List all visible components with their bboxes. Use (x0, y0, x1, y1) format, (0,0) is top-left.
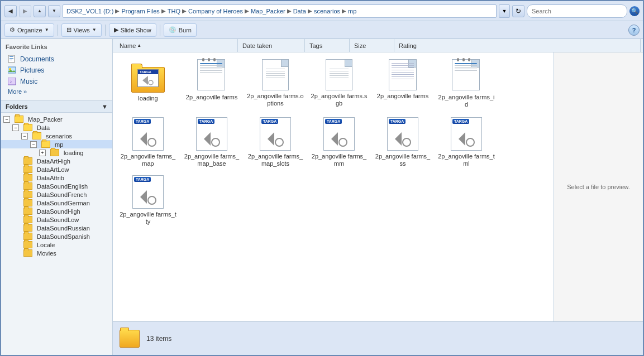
tree-label-datasoundhigh: DataSoundHigh (37, 208, 80, 215)
tree-item-dataartlow[interactable]: DataArtLow (1, 165, 112, 174)
file-label-farms-map-slots: 2p_angoville farms_map_slots (247, 153, 304, 167)
tree-folder-icon-datasoundhigh (23, 208, 32, 215)
views-arrow: ▼ (92, 27, 97, 32)
files-area: TARGA loading (113, 52, 643, 321)
explorer-window: ◀ ▶ ▲ ▼ DSK2_VOL1 (D:) ▶ Program Files ▶… (0, 0, 644, 356)
refresh-button[interactable]: ↻ (512, 5, 524, 17)
path-segment-data[interactable]: Data (293, 8, 306, 15)
tree-item-scenarios[interactable]: − scenarios (1, 132, 112, 140)
col-header-size[interactable]: Size (350, 39, 394, 52)
up-button[interactable]: ▲ (34, 5, 46, 17)
burn-button[interactable]: 💿 Burn (164, 23, 197, 37)
tree-expander-scenarios[interactable]: − (21, 133, 28, 139)
organize-arrow: ▼ (45, 27, 49, 32)
tree-item-movies[interactable]: Movies (1, 249, 112, 257)
tree-item-dataattrib[interactable]: DataAttrib (1, 174, 112, 182)
tree-item-datasoundhigh[interactable]: DataSoundHigh (1, 207, 112, 215)
tree-item-datasoundgerman[interactable]: DataSoundGerman (1, 199, 112, 207)
tree-folder-icon-mp (41, 141, 50, 148)
pictures-icon (8, 66, 17, 75)
file-item-loading[interactable]: TARGA loading (117, 57, 179, 113)
path-segment-thq[interactable]: THQ (168, 8, 180, 15)
back-button[interactable]: ◀ (4, 5, 17, 17)
forward-button[interactable]: ▶ (19, 5, 31, 17)
slideshow-button[interactable]: ▶ Slide Show (109, 23, 156, 37)
help-button[interactable]: ? (628, 25, 640, 36)
file-item-farms-id[interactable]: 2p_angoville farms_id (436, 57, 497, 113)
tree-expander-mp[interactable]: − (30, 141, 37, 148)
status-bar: 13 items (113, 321, 643, 355)
col-header-name[interactable]: Name ▲ (115, 39, 238, 52)
svg-marker-10 (140, 132, 147, 146)
tree-item-mappacker[interactable]: − Map_Packer (1, 115, 112, 123)
tree-item-datasoundspanish[interactable]: DataSoundSpanish (1, 232, 112, 240)
file-item-farms-tty[interactable]: TARGA 2p_angoville farms_tty (117, 173, 179, 229)
file-item-farms-ss[interactable]: TARGA 2p_angoville farms_ss (372, 115, 433, 171)
targa-badge-map-slots: TARGA (261, 119, 278, 124)
tree-label-scenarios: scenarios (46, 133, 72, 139)
path-segment-mp[interactable]: mp (348, 8, 356, 15)
generic-file-icon-options (262, 59, 289, 90)
folders-header[interactable]: Folders ▼ (1, 100, 112, 113)
search-icon[interactable]: 🔍 (629, 6, 640, 16)
tree-item-datasoundfrench[interactable]: DataSoundFrench (1, 190, 112, 199)
col-header-date[interactable]: Date taken (238, 39, 305, 52)
tree-item-datasoundenglish[interactable]: DataSoundEnglish (1, 182, 112, 190)
sidebar-item-music[interactable]: ♪ Music (6, 76, 108, 87)
tree-item-loading[interactable]: + loading (1, 148, 112, 157)
targa-file-icon-map-base: TARGA (196, 117, 227, 151)
tree-item-locale[interactable]: Locale (1, 240, 112, 249)
views-button[interactable]: ⊞ Views ▼ (61, 23, 102, 37)
file-label-loading: loading (138, 95, 158, 102)
path-segment-scenarios[interactable]: scenarios (314, 8, 340, 15)
status-folder-icon (120, 330, 140, 348)
targa-file-icon-tml: TARGA (451, 117, 482, 151)
sidebar-item-documents[interactable]: Documents (6, 54, 108, 65)
path-segment-programfiles[interactable]: Program Files (121, 8, 159, 15)
file-lines-sgb (330, 69, 349, 80)
file-item-options[interactable]: 2p_angoville farms.options (245, 57, 306, 113)
preview-panel: Select a file to preview. (554, 52, 643, 321)
tree-expander-mappacker[interactable]: − (3, 116, 10, 123)
tree-item-data[interactable]: − Data (1, 123, 112, 132)
file-label-angoville-farms: 2p_angoville farms (186, 94, 237, 101)
organize-button[interactable]: ⚙ Organize ▼ (4, 23, 54, 37)
dropdown-recent-button[interactable]: ▼ (48, 5, 60, 17)
col-header-tags[interactable]: Tags (305, 39, 350, 52)
file-item-farms-mm[interactable]: TARGA 2p_angoville farms_mm (308, 115, 370, 171)
path-segment-coh[interactable]: Company of Heroes (188, 8, 243, 15)
file-item-farms-lines[interactable]: 2p_angoville farms (372, 57, 433, 113)
tree-item-datasoundlow[interactable]: DataSoundLow (1, 215, 112, 224)
path-arrow-3: ▶ (182, 8, 187, 14)
right-panel: Name ▲ Date taken Tags Size Rating (113, 39, 643, 355)
file-item-angoville-farms[interactable]: 2p_angoville farms (181, 57, 242, 113)
file-item-farms-tml[interactable]: TARGA 2p_angoville farms_tml (436, 115, 497, 171)
file-item-farms-map[interactable]: TARGA 2p_angoville farms_map (117, 115, 179, 171)
svg-marker-12 (204, 132, 211, 146)
path-segment-mappacker[interactable]: Map_Packer (251, 8, 285, 15)
sidebar-item-pictures[interactable]: Pictures (6, 65, 108, 76)
file-item-farms-map-base[interactable]: TARGA 2p_angoville farms_map_base (181, 115, 242, 171)
tree-expander-data[interactable]: − (12, 124, 19, 131)
file-label-farms-id: 2p_angoville farms_id (438, 94, 495, 108)
address-dropdown-button[interactable]: ▼ (499, 4, 510, 18)
search-input[interactable] (527, 4, 627, 18)
file-label-options: 2p_angoville farms.options (247, 93, 304, 107)
path-segment-drive[interactable]: DSK2_VOL1 (D:) (66, 8, 113, 15)
tree-expander-loading[interactable]: + (39, 150, 46, 156)
col-header-rating[interactable]: Rating (394, 39, 641, 52)
tree-item-dataarthigh[interactable]: DataArtHigh (1, 157, 112, 165)
tree-item-mp[interactable]: − mp (1, 140, 112, 148)
music-icon: ♪ (8, 77, 17, 86)
svg-marker-20 (459, 132, 465, 146)
targa-image-tty (138, 188, 158, 206)
tree-item-datasoundrussian[interactable]: DataSoundRussian (1, 224, 112, 232)
targa-inside-folder: TARGA (137, 69, 159, 87)
file-item-farms-map-slots[interactable]: TARGA 2p_angoville farms_map_slots (245, 115, 306, 171)
calendar-file-icon (197, 59, 226, 92)
sort-arrow: ▲ (137, 43, 141, 48)
tree-label-data: Data (37, 124, 50, 131)
file-item-sgb[interactable]: 2p_angoville farms.sgb (308, 57, 370, 113)
more-link[interactable]: More » (6, 87, 108, 96)
address-path[interactable]: DSK2_VOL1 (D:) ▶ Program Files ▶ THQ ▶ C… (63, 4, 497, 18)
